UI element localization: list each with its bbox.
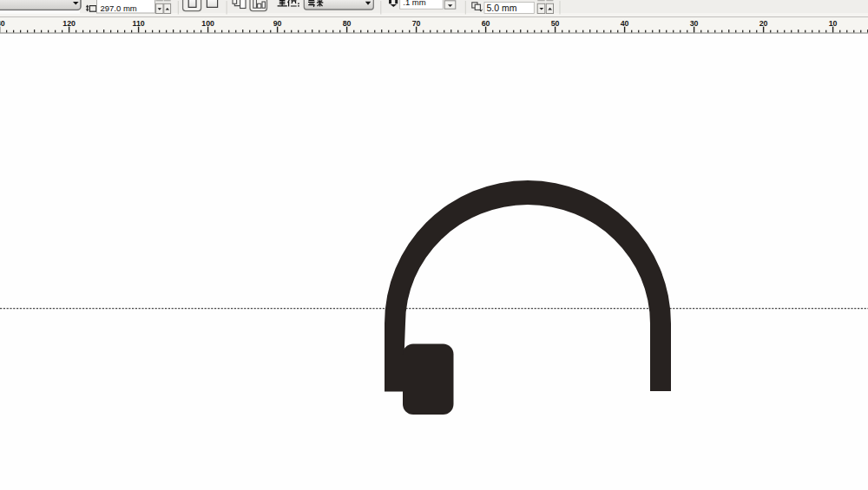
svg-text:130: 130 <box>0 19 5 28</box>
svg-text:40: 40 <box>621 19 629 28</box>
svg-text:110: 110 <box>132 19 144 28</box>
svg-text:10: 10 <box>829 19 838 28</box>
svg-text:20: 20 <box>760 19 768 28</box>
svg-text:297.0 mm: 297.0 mm <box>101 3 137 13</box>
svg-text:70: 70 <box>412 19 421 28</box>
svg-text:90: 90 <box>273 19 282 28</box>
svg-text:120: 120 <box>62 19 76 28</box>
svg-text:.1 mm: .1 mm <box>403 0 425 7</box>
svg-text:80: 80 <box>343 19 352 28</box>
svg-text:100: 100 <box>201 19 214 28</box>
svg-text:50: 50 <box>551 19 560 28</box>
svg-text:5.0 mm: 5.0 mm <box>487 3 517 13</box>
svg-text:60: 60 <box>482 19 490 28</box>
svg-text:30: 30 <box>690 19 699 28</box>
